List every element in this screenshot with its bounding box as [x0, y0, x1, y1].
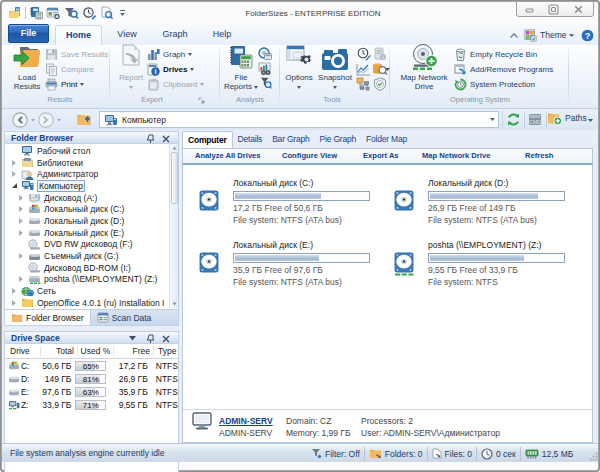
svg-text:?: ?: [585, 30, 591, 40]
svg-text:i: i: [154, 67, 156, 76]
svg-text:i: i: [382, 54, 383, 60]
svg-text:CMD: CMD: [529, 119, 541, 125]
